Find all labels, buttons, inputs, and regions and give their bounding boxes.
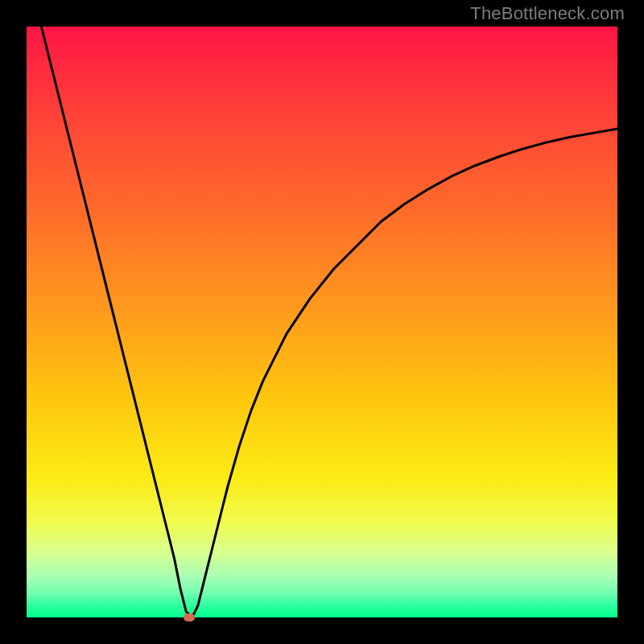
bottleneck-curve — [27, 27, 617, 617]
curve-svg — [27, 27, 617, 617]
min-marker-icon — [184, 613, 195, 621]
chart-container: TheBottleneck.com — [0, 0, 644, 644]
watermark-text: TheBottleneck.com — [470, 3, 625, 24]
